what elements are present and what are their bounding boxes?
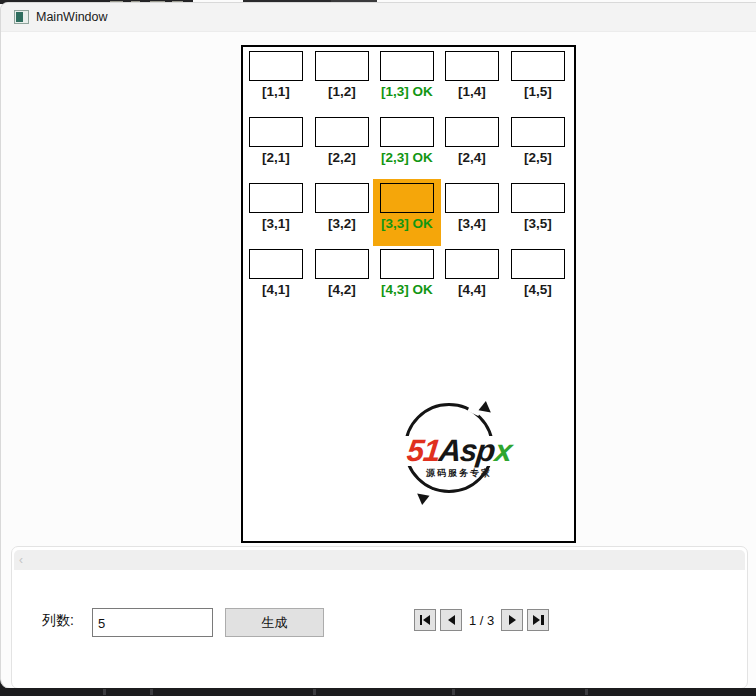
taskbar-separator — [150, 689, 153, 695]
grid-cell[interactable] — [249, 249, 303, 279]
grid-cell-3-1: [3,1] — [249, 183, 303, 231]
grid-cell-1-5: [1,5] — [511, 51, 565, 99]
grid-cell-3-2: [3,2] — [315, 183, 369, 231]
logo-51aspx: 51Aspx 源码服务专家 — [399, 401, 503, 499]
grid-cell-1-2: [1,2] — [315, 51, 369, 99]
taskbar-separator — [452, 689, 455, 695]
first-page-button[interactable] — [414, 609, 436, 631]
columns-input[interactable] — [92, 608, 213, 637]
logo-circle-arrow-icon: 51Aspx 源码服务专家 — [404, 403, 494, 493]
grid-cell[interactable] — [511, 117, 565, 147]
grid-cell[interactable] — [511, 249, 565, 279]
grid-cell-label: [1,2] — [315, 84, 369, 99]
grid-cell-label: [4,2] — [315, 282, 369, 297]
taskbar-separator — [313, 689, 316, 695]
grid-cell[interactable] — [315, 117, 369, 147]
window-title: MainWindow — [36, 10, 108, 24]
grid-cell[interactable] — [249, 183, 303, 213]
grid-cell-label-ok: [3,3] OK — [380, 216, 434, 231]
main-window: MainWindow [1,1] [1,2] [1,3] OK [1,4] [1… — [0, 2, 756, 689]
grid-cell-label: [4,4] — [445, 282, 499, 297]
grid-cell[interactable] — [315, 183, 369, 213]
grid-cell-3-5: [3,5] — [511, 183, 565, 231]
columns-count-label: 列数: — [42, 612, 74, 630]
grid-cell-4-3: [4,3] OK — [380, 249, 434, 297]
logo-arrowhead-icon — [478, 401, 494, 417]
grid-cell[interactable] — [380, 51, 434, 81]
logo-subtitle: 源码服务专家 — [403, 467, 515, 480]
grid-cell-label: [3,4] — [445, 216, 499, 231]
grid-cell-label: [3,5] — [511, 216, 565, 231]
grid-cell[interactable] — [315, 51, 369, 81]
app-icon — [14, 10, 29, 24]
grid-cell-4-5: [4,5] — [511, 249, 565, 297]
last-page-button[interactable] — [527, 609, 549, 631]
grid-cell-2-1: [2,1] — [249, 117, 303, 165]
logo-text-x: x — [493, 436, 512, 466]
pager: 1 / 3 — [414, 609, 549, 631]
taskbar-strip — [0, 688, 756, 696]
first-page-icon — [420, 615, 423, 625]
triangle-right-icon — [509, 615, 516, 625]
grid-cell-1-1: [1,1] — [249, 51, 303, 99]
bottom-panel: ‹ 列数: 生成 1 / 3 — [11, 546, 748, 689]
grid-cell-label: [3,1] — [249, 216, 303, 231]
grid-cell-label: [2,2] — [315, 150, 369, 165]
grid-cell-4-1: [4,1] — [249, 249, 303, 297]
grid-cell[interactable] — [380, 249, 434, 279]
horizontal-scrollbar[interactable]: ‹ — [14, 550, 745, 570]
triangle-left-icon — [448, 615, 455, 625]
grid-cell[interactable] — [445, 183, 499, 213]
grid-cell-3-3-selected: [3,3] OK — [380, 183, 434, 231]
grid-cell[interactable] — [511, 183, 565, 213]
logo-text-51: 51 — [405, 436, 441, 466]
grid-cell[interactable] — [315, 249, 369, 279]
grid-cell-label: [2,5] — [511, 150, 565, 165]
grid-cell-2-4: [2,4] — [445, 117, 499, 165]
grid-cell-4-4: [4,4] — [445, 249, 499, 297]
grid-cell-label: [1,4] — [445, 84, 499, 99]
logo-text-asp: Asp — [438, 436, 497, 466]
grid-cell[interactable] — [445, 249, 499, 279]
grid-cell-2-3: [2,3] OK — [380, 117, 434, 165]
grid-cell-label: [2,1] — [249, 150, 303, 165]
taskbar-separator — [103, 689, 106, 695]
grid-cell[interactable] — [249, 117, 303, 147]
grid-cell-label: [1,1] — [249, 84, 303, 99]
grid-cell-label: [3,2] — [315, 216, 369, 231]
grid-cell-label: [1,5] — [511, 84, 565, 99]
grid-cell-4-2: [4,2] — [315, 249, 369, 297]
grid-cell[interactable] — [511, 51, 565, 81]
logo-wordmark: 51Aspx — [395, 436, 523, 466]
grid-cell-label-ok: [1,3] OK — [380, 84, 434, 99]
grid-cell[interactable] — [445, 117, 499, 147]
grid-cell[interactable] — [249, 51, 303, 81]
page-indicator: 1 / 3 — [469, 613, 494, 628]
chevron-left-icon[interactable]: ‹ — [14, 550, 23, 570]
grid-cell[interactable] — [445, 51, 499, 81]
grid-cell-2-2: [2,2] — [315, 117, 369, 165]
grid-cell-3-4: [3,4] — [445, 183, 499, 231]
triangle-left-icon — [423, 615, 430, 625]
next-page-button[interactable] — [501, 609, 523, 631]
grid-cell-label-ok: [2,3] OK — [380, 150, 434, 165]
generate-button[interactable]: 生成 — [225, 608, 324, 637]
grid-cell-label: [4,1] — [249, 282, 303, 297]
grid-cell[interactable] — [380, 117, 434, 147]
previous-page-button[interactable] — [440, 609, 462, 631]
grid-cell-label: [2,4] — [445, 150, 499, 165]
grid-cell-label-ok: [4,3] OK — [380, 282, 434, 297]
taskbar-separator — [585, 689, 588, 695]
grid-cell-1-4: [1,4] — [445, 51, 499, 99]
triangle-right-icon — [533, 615, 540, 625]
grid-cell-label: [4,5] — [511, 282, 565, 297]
last-page-icon — [541, 615, 544, 625]
grid-cell-1-3: [1,3] OK — [380, 51, 434, 99]
grid-cell-2-5: [2,5] — [511, 117, 565, 165]
grid-cell-selected[interactable] — [380, 183, 434, 213]
title-bar[interactable]: MainWindow — [1, 3, 756, 32]
